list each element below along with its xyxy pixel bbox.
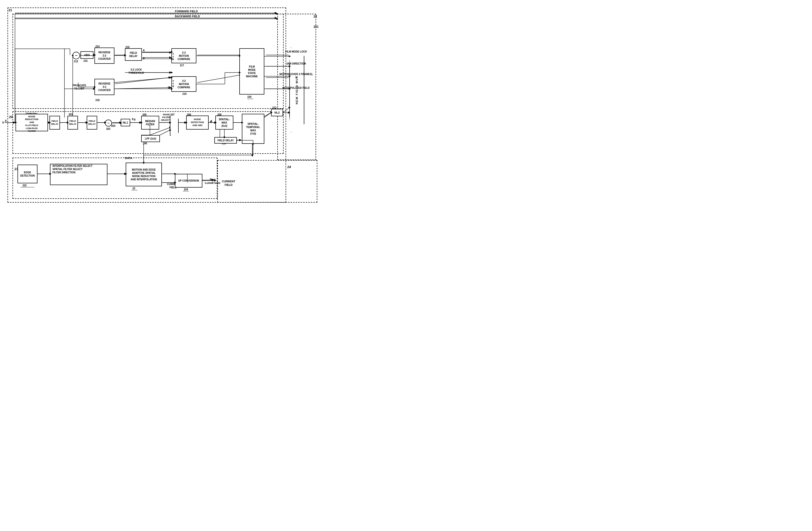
ale-1: A≤B bbox=[172, 53, 174, 60]
edge-detection-box: EDGEDETECTION bbox=[17, 165, 38, 183]
noise-detection-box: NOISEDETECTIONAND ABS bbox=[186, 115, 208, 129]
noise-filter-select-shape bbox=[170, 116, 179, 136]
label-22: 22 bbox=[314, 14, 317, 19]
motion22-label: 2:2MOTIONCOMPARE bbox=[178, 51, 190, 61]
lpf-box: LPF (3x3) bbox=[141, 135, 160, 142]
label-204: 204 bbox=[111, 125, 115, 128]
motion32-label: 3:2MOTIONCOMPARE bbox=[178, 79, 190, 89]
reverse32-box: REVERSE3:2COUNTER bbox=[95, 79, 114, 95]
label-224: 224 bbox=[184, 188, 188, 191]
field-delay-200-label: FIELDDELAY bbox=[51, 120, 58, 126]
motion32-box: 3:2MOTIONCOMPARE bbox=[171, 76, 197, 92]
motion-edge-box: MOTION AND EDGEADAPTIVE SPATIALNOISE RED… bbox=[126, 163, 162, 186]
label-8-y: 8 bbox=[5, 119, 6, 123]
film-mode-lock-label: FILM MODE LOCK bbox=[280, 50, 312, 53]
label-203: 203 bbox=[106, 128, 111, 130]
nl1-label: NL1 bbox=[123, 121, 128, 124]
field-delay-top-label: FIELDDELAY bbox=[129, 51, 138, 58]
label-20: 20 bbox=[9, 115, 13, 119]
label-219: 219 bbox=[183, 93, 187, 96]
lpf-label: LPF (3x3) bbox=[145, 137, 156, 140]
reverse32-label: REVERSE3:2COUNTER bbox=[98, 82, 111, 92]
motion-2frames-label: MOTION (OVER 2 FRAMES), k bbox=[279, 72, 313, 79]
interp-filter-select-label: INTERPOLATION FILTER SELECT bbox=[53, 164, 92, 168]
interp-block-box: INTERPOLATION FILTER SELECT SPATIAL FILT… bbox=[50, 164, 107, 185]
ale-2: A≤B bbox=[172, 80, 174, 87]
field-delay-202-label: FIELDDELAY bbox=[88, 120, 96, 126]
motion22-box: 2:2MOTIONCOMPARE bbox=[171, 48, 197, 63]
label-underline-220 bbox=[247, 96, 253, 99]
label-207: 207 bbox=[170, 113, 175, 116]
film-mode-box: FILMMODESTATEMACHINE bbox=[240, 48, 264, 95]
b-label-2: B bbox=[168, 86, 170, 89]
jam-direction-label: JAM DIRECTION bbox=[280, 62, 312, 65]
nl2-label: NL2 bbox=[275, 111, 280, 114]
field-delay-201-box: FIELDDELAY bbox=[68, 116, 78, 129]
label-222: 222 bbox=[23, 184, 27, 187]
label-215: 215 bbox=[84, 59, 88, 62]
label-8-between: 8 bbox=[134, 118, 135, 121]
field-delay-202-box: FIELDDELAY bbox=[87, 116, 97, 129]
label-223: 23 bbox=[132, 187, 135, 190]
up-conversion-box: UP CONVERSION bbox=[175, 174, 202, 187]
interpolated-field-label: INTERPOLATED FIELD bbox=[280, 86, 312, 89]
label-218: 218 bbox=[96, 99, 100, 102]
field-delay-top-box: FIELDDELAY bbox=[125, 48, 142, 61]
forward-field-label: FORWARD FIELD bbox=[175, 10, 198, 13]
new-field-mux-label: NEW FIELD MUX bbox=[295, 76, 299, 104]
truncate-label: TRUNCATETO 1 BIT bbox=[68, 84, 91, 90]
new-field-mux-box: NEW FIELD MUX bbox=[289, 47, 304, 132]
diagram: 21 22 221 NEW FIELD MUX FILM MODE LOCK J… bbox=[0, 0, 325, 212]
label-8-nl1: 8 bbox=[132, 117, 133, 121]
temporal-noise-box: TEMPORALNOISEREDUCTIONANDFLAT-FIELDLOW-P… bbox=[15, 114, 48, 131]
reverse22-box: REVERSE2:2COUNTER bbox=[95, 47, 114, 64]
nl1-box: NL1 bbox=[121, 119, 130, 126]
label-217: 217 bbox=[180, 64, 184, 67]
field-delay-201-label: FIELDDELAY bbox=[69, 120, 76, 126]
film-mode-label: FILMMODESTATEMACHINE bbox=[246, 65, 258, 78]
data-label: DATA bbox=[125, 156, 132, 160]
spatial-temporal-box: SPATIAL-TEMPORALMAX(7x5) bbox=[242, 114, 264, 144]
circle-minus-213: − bbox=[72, 52, 80, 59]
noise-detection-label: NOISEDETECTIONAND ABS bbox=[191, 118, 204, 127]
current-field-box-label: CURRENTFIELD bbox=[222, 180, 235, 187]
up-conversion-label: UP CONVERSION bbox=[178, 179, 199, 182]
field-delay-200-box: FIELDDELAY bbox=[49, 116, 60, 129]
b-label-1: B bbox=[143, 57, 145, 60]
label-21: 21 bbox=[9, 8, 12, 13]
abs-box: ABS bbox=[81, 51, 93, 59]
field-delay-210-label: FIELD DELAY bbox=[218, 139, 234, 142]
label-206: 206 bbox=[143, 142, 147, 145]
spatial-max-box: SPATIAL-MAX(5x3) bbox=[215, 115, 233, 129]
label-221: 221 bbox=[314, 25, 319, 29]
label-4-arrow: 4 bbox=[211, 120, 212, 123]
noise-filter-select-label: NOISEFILTERSELECT bbox=[160, 113, 170, 121]
label-213: 213 bbox=[74, 60, 78, 63]
motion-edge-label: MOTION AND EDGEADAPTIVE SPATIALNOISE RED… bbox=[131, 168, 157, 181]
median-filter-label: MEDIANFILTER bbox=[145, 120, 155, 126]
spatial-max-label: SPATIAL-MAX(5x3) bbox=[219, 118, 230, 128]
threshold-label: 3:2 LOCKTHRESHOLD bbox=[126, 68, 146, 74]
temporal-noise-label: TEMPORALNOISEREDUCTIONANDFLAT-FIELDLOW-P… bbox=[25, 112, 39, 133]
field-delay-210-box: FIELD DELAY bbox=[214, 137, 237, 143]
y-label: Y bbox=[2, 121, 4, 125]
a-label-1: A bbox=[143, 49, 145, 52]
circle-minus-203: − bbox=[105, 120, 112, 127]
edge-detection-label: EDGEDETECTION bbox=[20, 171, 35, 177]
spatial-filter-select-label: SPATIAL FILTER SELECT bbox=[53, 168, 83, 171]
reverse22-label: REVERSE2:2COUNTER bbox=[98, 51, 111, 60]
backward-field-label: BACKWARD FIELD bbox=[175, 14, 200, 18]
nl2-box: NL2 bbox=[271, 109, 283, 116]
abs-label: ABS bbox=[84, 53, 90, 57]
filter-direction-label: FILTER DIRECTION bbox=[53, 171, 75, 174]
a-label-2: A bbox=[168, 76, 170, 79]
median-filter-box: MEDIANFILTER bbox=[141, 116, 159, 129]
spatial-temporal-label: SPATIAL-TEMPORALMAX(7x5) bbox=[246, 122, 260, 135]
